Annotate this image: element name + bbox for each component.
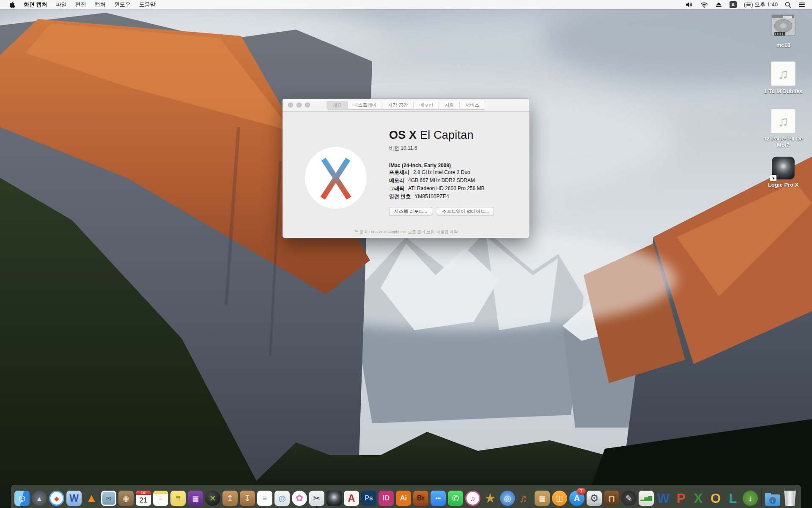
close-button[interactable] [288,102,293,108]
idvd[interactable]: ◎ [499,490,516,506]
downloads-folder[interactable]: ↓ [765,490,781,506]
menubar-clock[interactable]: (금) 오후 1:40 [742,1,779,8]
window-titlebar[interactable]: 개요디스플레이저장 공간메모리지원서비스 [283,99,529,112]
system-preferences-glyph: ⚙ [590,493,599,503]
preview[interactable]: ◎ [274,490,290,506]
tab-4[interactable]: 지원 [439,101,460,110]
tab-0[interactable]: 개요 [326,101,348,110]
stickies-tile: ≣ [170,491,186,506]
reminders[interactable]: ≡ [257,490,273,506]
bridge-glyph: Br [417,495,425,502]
stuffit-expander-tile: ↥ [222,491,238,506]
garageband[interactable]: ♬ [517,490,533,506]
word-tile: W [656,491,671,506]
logic-pro[interactable] [326,490,342,506]
zoom-button[interactable] [305,102,310,108]
menu-item-5[interactable]: 도움말 [135,0,160,9]
running-indicator [316,506,318,508]
menu-item-0[interactable]: 화면 캡처 [19,0,52,9]
app-store-glyph: A [574,494,580,502]
spec-label: 프로세서 [389,168,409,177]
powerpoint[interactable]: P [673,490,689,506]
powerpoint-glyph: P [677,492,686,505]
lync[interactable]: L [725,490,741,506]
acrobat-tile: A [344,491,359,506]
launchpad-glyph: ▲ [36,495,43,502]
safari[interactable]: ◆ [49,490,65,506]
bridge[interactable]: Br [413,490,429,506]
outlook[interactable]: O [708,490,724,506]
excel[interactable]: X [690,490,706,506]
imovie[interactable]: ★ [482,490,498,506]
facetime[interactable]: ✆ [447,490,464,506]
tab-5[interactable]: 서비스 [460,101,486,110]
photo-case-app[interactable]: ▦ [187,490,203,506]
tab-2[interactable]: 저장 공간 [382,101,414,110]
photo-case-app-tile: ▦ [188,491,203,506]
minimize-button[interactable] [296,102,302,108]
system-preferences[interactable]: ⚙ [586,490,602,506]
audio-file-1[interactable]: ♫1 Tu M'Oublies [758,61,809,94]
logic-pro-tile [326,491,342,506]
ms-autoupdate-tile: ↓ [743,491,758,506]
software-update-button[interactable]: 소프트웨어 업데이트... [437,207,494,216]
vlc-tile: ▲ [84,491,99,506]
photos[interactable]: ✿ [291,490,307,506]
calendar[interactable]: 2월21 [135,490,151,506]
launchpad[interactable]: ▲ [31,490,47,506]
logic-icon: ➤ [772,157,795,179]
notification-center-icon[interactable] [797,0,807,9]
word[interactable]: W [656,490,672,506]
app-store[interactable]: A7 [569,490,585,506]
menu-item-3[interactable]: 캡처 [91,0,110,9]
photoshop[interactable]: Ps [361,490,377,506]
eject-icon[interactable] [713,0,724,9]
safari-tile: ◆ [49,491,64,506]
audio-file-2[interactable]: ♫12 Parle-T-Il De Moi? [758,109,809,148]
menu-item-4[interactable]: 윈도우 [110,0,135,9]
menu-item-2[interactable]: 편집 [71,0,91,9]
trash[interactable] [782,490,798,506]
menu-item-1[interactable]: 파일 [52,0,71,9]
pages-09[interactable]: ✎ [621,490,637,506]
finder[interactable]: ☺ [14,490,30,506]
notes[interactable]: ≡ [153,490,169,506]
hdd-icon [770,14,796,40]
spotlight-icon[interactable] [783,0,793,9]
stuffit-expander[interactable]: ↥ [222,490,238,506]
mail[interactable]: ✉ [101,490,117,506]
tab-1[interactable]: 디스플레이 [348,101,382,110]
mc18-disk[interactable]: mc18 [758,14,809,48]
stuffit-dropstuff[interactable]: ↧ [239,490,255,506]
quarkxpress[interactable]: ✕ [205,490,221,506]
tab-3[interactable]: 메모리 [414,101,439,110]
itunes-glyph: ♫ [470,495,476,502]
excel-tile: X [691,491,706,506]
apple-menu[interactable] [5,1,19,8]
ibooks[interactable]: ◫ [551,490,568,506]
keynote-09[interactable]: Π [604,490,620,506]
system-report-button[interactable]: 시스템 리포트... [389,207,432,216]
ms-autoupdate[interactable]: ↓ [742,490,758,506]
lync-tile: L [725,491,741,506]
input-source-badge[interactable]: A [727,0,739,9]
numbers-09[interactable]: ▂▅▇ [638,490,654,506]
launchpad-tile: ▲ [32,491,47,506]
indesign[interactable]: ID [378,490,394,506]
w-globe-app[interactable]: W [66,490,82,506]
vlc[interactable]: ▲ [83,490,99,506]
logic-pro-x-alias[interactable]: ➤Logic Pro X [758,157,809,188]
volume-icon[interactable] [683,0,695,9]
illustrator[interactable]: Ai [395,490,411,506]
pinboard-app[interactable]: ▦ [534,490,550,506]
itunes[interactable]: ♫ [465,490,481,506]
wifi-icon[interactable] [698,0,710,9]
contacts[interactable]: ◉ [118,490,134,506]
stickies[interactable]: ≣ [170,490,186,506]
grab-screen-capture[interactable]: ✂ [309,490,325,506]
illustrator-tile: Ai [396,491,411,506]
facetime-tile: ✆ [448,491,463,506]
messages[interactable]: ••• [430,490,446,506]
acrobat[interactable]: A [343,490,359,506]
notes-glyph: ≡ [159,495,162,502]
